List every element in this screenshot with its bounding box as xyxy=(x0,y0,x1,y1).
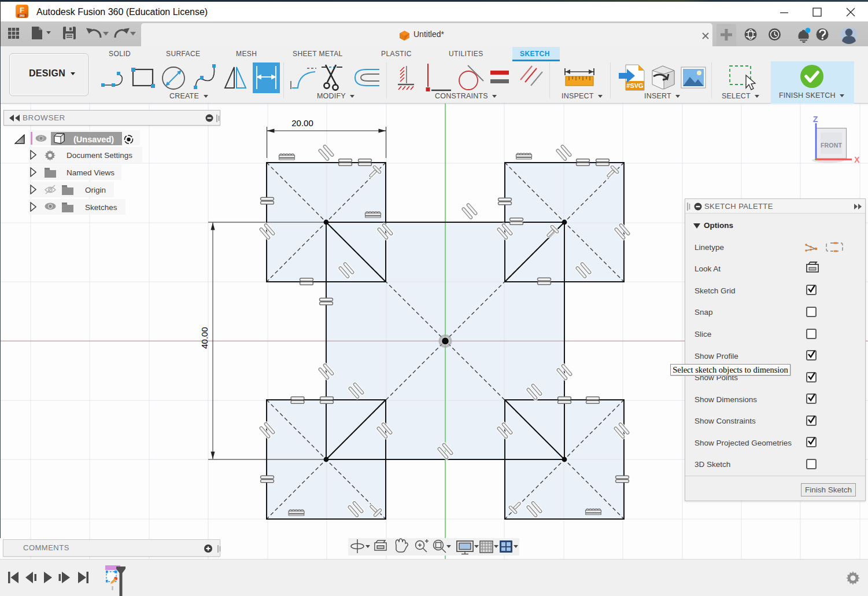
svg-text:FRONT: FRONT xyxy=(821,142,843,149)
svg-text:X: X xyxy=(854,155,860,164)
svg-text:20.00: 20.00 xyxy=(291,118,313,128)
svg-text:F: F xyxy=(20,6,24,14)
svg-text:#SVG: #SVG xyxy=(626,82,643,89)
svg-text:40.00: 40.00 xyxy=(200,327,209,349)
svg-text:Z: Z xyxy=(813,115,818,124)
svg-text:360: 360 xyxy=(19,14,24,17)
